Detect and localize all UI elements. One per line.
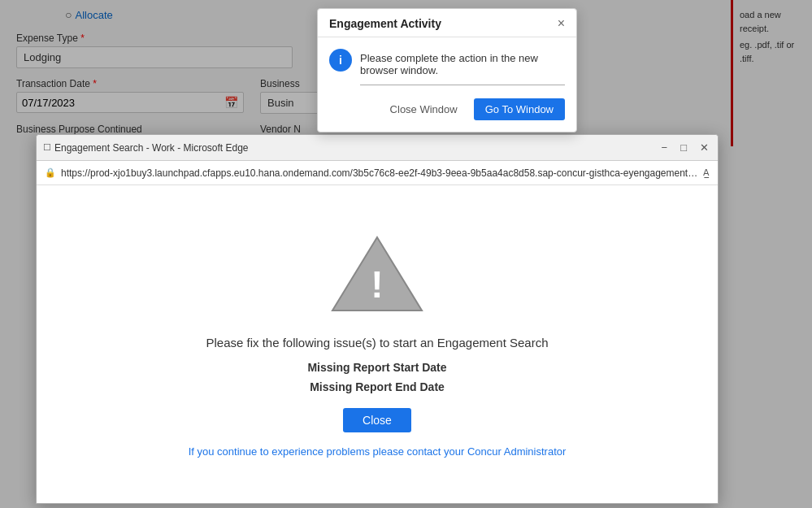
warning-triangle-icon: ! <box>328 231 426 316</box>
info-icon: i <box>329 49 352 72</box>
browser-url[interactable]: https://prod-xjo1buy3.launchpad.cfapps.e… <box>61 167 698 179</box>
browser-controls: − □ ✕ <box>659 141 711 154</box>
browser-maximize-button[interactable]: □ <box>678 141 689 154</box>
go-to-window-button[interactable]: Go To Window <box>474 98 565 120</box>
error-heading: Please fix the following issue(s) to sta… <box>206 336 548 350</box>
browser-tab-icon: ☐ <box>43 142 51 153</box>
engagement-modal-actions: Close Window Go To Window <box>329 98 565 120</box>
browser-addressbar: 🔒 https://prod-xjo1buy3.launchpad.cfapps… <box>37 161 718 185</box>
engagement-info-row: i Please complete the action in the new … <box>329 49 565 85</box>
browser-tab-title: Engagement Search - Work - Microsoft Edg… <box>54 142 659 154</box>
browser-lock-icon: 🔒 <box>45 167 56 178</box>
engagement-modal-header: Engagement Activity × <box>318 9 576 37</box>
browser-compat-icon: A̲ <box>703 167 710 178</box>
error-item-1: Missing Report Start Date <box>307 361 446 374</box>
browser-close-button[interactable]: ✕ <box>697 141 711 154</box>
engagement-modal-title: Engagement Activity <box>329 17 441 30</box>
engagement-info-text: Please complete the action in the new br… <box>360 49 565 85</box>
browser-minimize-button[interactable]: − <box>659 141 671 154</box>
close-error-button[interactable]: Close <box>343 408 411 432</box>
engagement-modal-body: i Please complete the action in the new … <box>318 37 576 132</box>
browser-window: ☐ Engagement Search - Work - Microsoft E… <box>36 134 719 504</box>
engagement-activity-modal: Engagement Activity × i Please complete … <box>317 8 577 132</box>
engagement-modal-close-button[interactable]: × <box>558 17 565 30</box>
error-item-2: Missing Report End Date <box>310 380 445 393</box>
contact-text: If you continue to experience problems p… <box>189 445 567 458</box>
browser-titlebar: ☐ Engagement Search - Work - Microsoft E… <box>37 135 718 161</box>
browser-content: ! Please fix the following issue(s) to s… <box>37 185 718 503</box>
close-window-button[interactable]: Close Window <box>382 98 466 120</box>
svg-text:!: ! <box>371 263 383 306</box>
